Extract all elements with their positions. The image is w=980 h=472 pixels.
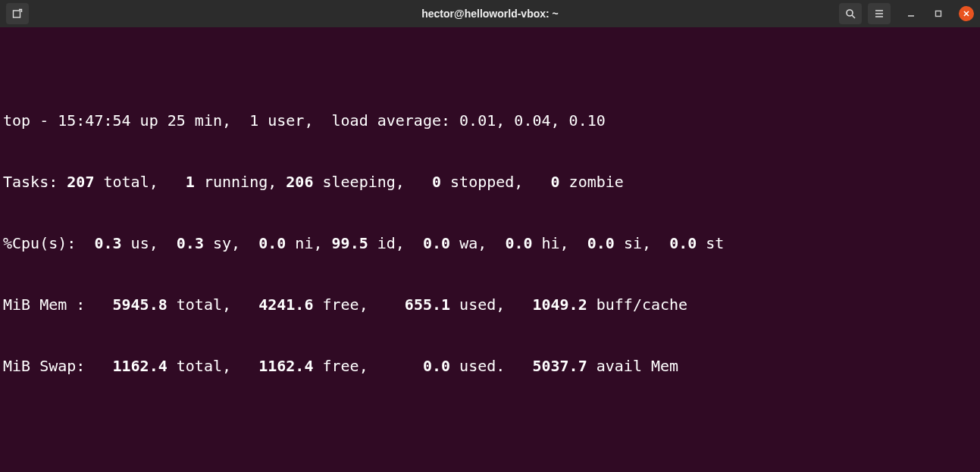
cpu-line: %Cpu(s): 0.3 us, 0.3 sy, 0.0 ni, 99.5 id… <box>3 233 977 254</box>
tasks-line: Tasks: 207 total, 1 running, 206 sleepin… <box>3 172 977 192</box>
menu-button[interactable] <box>868 3 891 24</box>
svg-point-1 <box>847 10 853 16</box>
svg-rect-0 <box>14 11 20 17</box>
minimize-button[interactable] <box>904 7 918 20</box>
window-titlebar: hector@helloworld-vbox: ~ <box>0 0 980 27</box>
mem-line: MiB Mem : 5945.8 total, 4241.6 free, 655… <box>3 295 977 315</box>
terminal-area[interactable]: top - 15:47:54 up 25 min, 1 user, load a… <box>0 27 980 472</box>
new-tab-button[interactable] <box>6 3 29 24</box>
swap-line: MiB Swap: 1162.4 total, 1162.4 free, 0.0… <box>3 356 977 377</box>
search-button[interactable] <box>839 3 862 24</box>
close-button[interactable] <box>959 6 974 21</box>
maximize-button[interactable] <box>931 7 945 20</box>
svg-rect-2 <box>936 11 941 17</box>
blank-line <box>3 458 977 472</box>
top-summary: top - 15:47:54 up 25 min, 1 user, load a… <box>3 70 977 417</box>
uptime-line: top - 15:47:54 up 25 min, 1 user, load a… <box>3 111 977 131</box>
window-title: hector@helloworld-vbox: ~ <box>421 4 559 24</box>
